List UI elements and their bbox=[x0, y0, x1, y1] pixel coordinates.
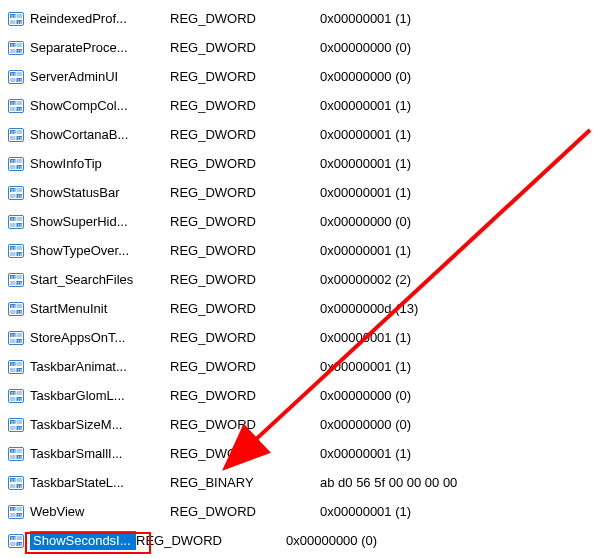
registry-value-row[interactable]: 01 10 ShowSuperHid...REG_DWORD0x00000000… bbox=[0, 207, 600, 236]
registry-value-row[interactable]: 01 10 WebViewREG_DWORD0x00000001 (1) bbox=[0, 497, 600, 526]
registry-value-row[interactable]: 01 10 TaskbarStateL...REG_BINARYab d0 56… bbox=[0, 468, 600, 497]
registry-dword-icon: 01 10 bbox=[8, 243, 24, 259]
registry-value-row[interactable]: 01 10 StoreAppsOnT...REG_DWORD0x00000001… bbox=[0, 323, 600, 352]
svg-rect-24 bbox=[10, 107, 16, 111]
registry-dword-icon: 01 10 bbox=[8, 272, 24, 288]
svg-text:10: 10 bbox=[18, 222, 23, 227]
value-name[interactable]: ServerAdminUI bbox=[30, 69, 170, 84]
registry-value-row[interactable]: 01 10 ShowStatusBarREG_DWORD0x00000001 (… bbox=[0, 178, 600, 207]
registry-value-row[interactable]: 01 10 ShowSecondsI...REG_DWORD0x00000000… bbox=[0, 526, 600, 555]
svg-text:01: 01 bbox=[11, 535, 16, 540]
registry-dword-icon: 01 10 bbox=[8, 504, 24, 520]
registry-value-row[interactable]: 01 10 ServerAdminUIREG_DWORD0x00000000 (… bbox=[0, 62, 600, 91]
svg-rect-30 bbox=[17, 130, 23, 134]
svg-rect-100 bbox=[17, 420, 23, 424]
svg-rect-65 bbox=[17, 275, 23, 279]
svg-rect-87 bbox=[10, 368, 16, 372]
svg-rect-3 bbox=[10, 20, 16, 24]
svg-rect-58 bbox=[17, 246, 23, 250]
svg-rect-79 bbox=[17, 333, 23, 337]
value-name[interactable]: WebView bbox=[30, 504, 170, 519]
value-name[interactable]: TaskbarGlomL... bbox=[30, 388, 170, 403]
value-type: REG_DWORD bbox=[170, 40, 320, 55]
svg-text:01: 01 bbox=[11, 245, 16, 250]
value-type: REG_DWORD bbox=[170, 417, 320, 432]
value-data: 0x00000001 (1) bbox=[320, 185, 600, 200]
svg-text:10: 10 bbox=[18, 367, 23, 372]
registry-value-row[interactable]: 01 10 ShowCortanaB...REG_DWORD0x00000001… bbox=[0, 120, 600, 149]
svg-rect-73 bbox=[10, 310, 16, 314]
registry-value-row[interactable]: 01 10 StartMenuInitREG_DWORD0x0000000d (… bbox=[0, 294, 600, 323]
value-name[interactable]: ShowStatusBar bbox=[30, 185, 170, 200]
svg-text:10: 10 bbox=[18, 425, 23, 430]
value-data: 0x00000000 (0) bbox=[320, 214, 600, 229]
registry-value-list[interactable]: 01 10 ReindexedProf...REG_DWORD0x0000000… bbox=[0, 0, 600, 555]
svg-text:01: 01 bbox=[11, 216, 16, 221]
svg-rect-115 bbox=[10, 484, 16, 488]
registry-value-row[interactable]: 01 10 TaskbarSmallI...REG_DWORD0x0000000… bbox=[0, 439, 600, 468]
registry-value-row[interactable]: 01 10 TaskbarAnimat...REG_DWORD0x0000000… bbox=[0, 352, 600, 381]
registry-value-row[interactable]: 01 10 ShowCompCol...REG_DWORD0x00000001 … bbox=[0, 91, 600, 120]
registry-value-row[interactable]: 01 10 SeparateProce...REG_DWORD0x0000000… bbox=[0, 33, 600, 62]
registry-value-row[interactable]: 01 10 ReindexedProf...REG_DWORD0x0000000… bbox=[0, 4, 600, 33]
svg-rect-38 bbox=[10, 165, 16, 169]
value-data: 0x00000000 (0) bbox=[286, 533, 600, 548]
svg-rect-17 bbox=[10, 78, 16, 82]
registry-dword-icon: 01 10 bbox=[8, 214, 24, 230]
value-name[interactable]: StartMenuInit bbox=[30, 301, 170, 316]
svg-text:10: 10 bbox=[18, 512, 23, 517]
value-type: REG_DWORD bbox=[170, 388, 320, 403]
svg-rect-31 bbox=[10, 136, 16, 140]
value-name[interactable]: ReindexedProf... bbox=[30, 11, 170, 26]
value-data: 0x00000001 (1) bbox=[320, 11, 600, 26]
value-name[interactable]: SeparateProce... bbox=[30, 40, 170, 55]
svg-rect-128 bbox=[17, 536, 23, 540]
value-data: 0x00000001 (1) bbox=[320, 504, 600, 519]
svg-rect-45 bbox=[10, 194, 16, 198]
svg-rect-122 bbox=[10, 513, 16, 517]
svg-text:01: 01 bbox=[11, 332, 16, 337]
value-data: 0x00000001 (1) bbox=[320, 127, 600, 142]
value-name[interactable]: TaskbarSizeM... bbox=[30, 417, 170, 432]
svg-text:10: 10 bbox=[18, 48, 23, 53]
svg-text:01: 01 bbox=[11, 71, 16, 76]
value-name[interactable]: TaskbarAnimat... bbox=[30, 359, 170, 374]
value-data: 0x00000001 (1) bbox=[320, 359, 600, 374]
value-name[interactable]: StoreAppsOnT... bbox=[30, 330, 170, 345]
registry-value-row[interactable]: 01 10 Start_SearchFilesREG_DWORD0x000000… bbox=[0, 265, 600, 294]
value-data: 0x00000000 (0) bbox=[320, 69, 600, 84]
svg-rect-114 bbox=[17, 478, 23, 482]
svg-text:10: 10 bbox=[18, 77, 23, 82]
registry-value-row[interactable]: 01 10 ShowInfoTipREG_DWORD0x00000001 (1) bbox=[0, 149, 600, 178]
value-type: REG_DWORD bbox=[170, 127, 320, 142]
value-name[interactable]: TaskbarStateL... bbox=[30, 475, 170, 490]
value-name[interactable]: ShowInfoTip bbox=[30, 156, 170, 171]
value-type: REG_DWORD bbox=[170, 446, 320, 461]
svg-text:01: 01 bbox=[11, 390, 16, 395]
value-type: REG_DWORD bbox=[170, 504, 320, 519]
value-name[interactable]: ShowCompCol... bbox=[30, 98, 170, 113]
registry-dword-icon: 01 10 bbox=[8, 475, 24, 491]
value-type: REG_DWORD bbox=[170, 359, 320, 374]
registry-value-row[interactable]: 01 10 TaskbarSizeM...REG_DWORD0x00000000… bbox=[0, 410, 600, 439]
svg-rect-2 bbox=[17, 14, 23, 18]
svg-text:01: 01 bbox=[11, 274, 16, 279]
registry-value-row[interactable]: 01 10 ShowTypeOver...REG_DWORD0x00000001… bbox=[0, 236, 600, 265]
registry-dword-icon: 01 10 bbox=[8, 301, 24, 317]
svg-rect-23 bbox=[17, 101, 23, 105]
svg-text:01: 01 bbox=[11, 506, 16, 511]
value-type: REG_DWORD bbox=[170, 69, 320, 84]
value-name[interactable]: ShowSuperHid... bbox=[30, 214, 170, 229]
value-name[interactable]: TaskbarSmallI... bbox=[30, 446, 170, 461]
value-name[interactable]: ShowCortanaB... bbox=[30, 127, 170, 142]
svg-text:01: 01 bbox=[11, 129, 16, 134]
value-name[interactable]: ShowTypeOver... bbox=[30, 243, 170, 258]
value-data: 0x0000000d (13) bbox=[320, 301, 600, 316]
svg-rect-10 bbox=[10, 49, 16, 53]
registry-value-row[interactable]: 01 10 TaskbarGlomL...REG_DWORD0x00000000… bbox=[0, 381, 600, 410]
svg-text:01: 01 bbox=[11, 42, 16, 47]
value-type: REG_DWORD bbox=[170, 156, 320, 171]
value-name[interactable]: ShowSecondsI... bbox=[30, 531, 136, 550]
value-name[interactable]: Start_SearchFiles bbox=[30, 272, 170, 287]
svg-text:10: 10 bbox=[18, 396, 23, 401]
